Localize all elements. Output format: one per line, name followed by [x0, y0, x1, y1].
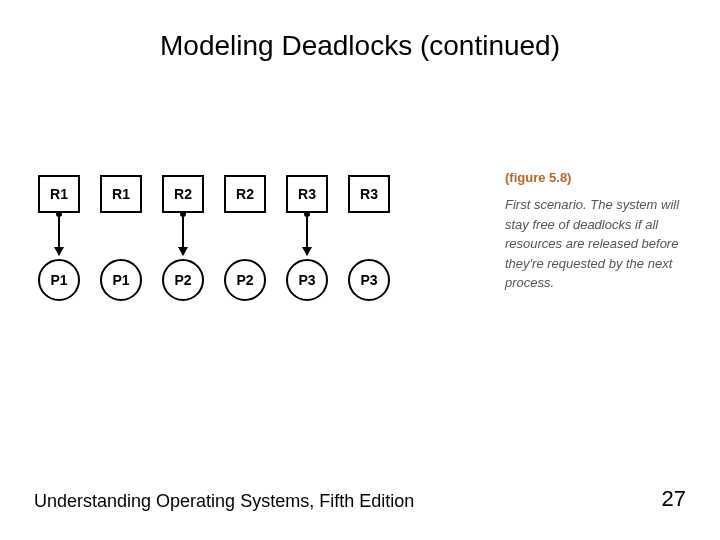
- figure-caption-text: First scenario. The system will stay fre…: [505, 195, 680, 293]
- allocation-arrow: [244, 215, 246, 255]
- resource-node: R2: [162, 175, 204, 213]
- allocation-arrow: [306, 215, 308, 255]
- process-node: P2: [224, 259, 266, 301]
- allocation-arrow: [58, 215, 60, 255]
- resource-node: R1: [38, 175, 80, 213]
- figure-number: (figure 5.8): [505, 170, 680, 185]
- process-node: P3: [286, 259, 328, 301]
- process-node: P2: [162, 259, 204, 301]
- allocation-arrow: [182, 215, 184, 255]
- diagram-pair: R3 P3: [286, 175, 328, 301]
- resource-node: R2: [224, 175, 266, 213]
- resource-allocation-diagram: R1 P1 R1 P1 R2 P2 R2 P2 R3 P3 R3 P3: [38, 175, 390, 301]
- process-node: P1: [100, 259, 142, 301]
- diagram-pair: R1 P1: [100, 175, 142, 301]
- resource-node: R3: [348, 175, 390, 213]
- process-node: P3: [348, 259, 390, 301]
- page-title: Modeling Deadlocks (continued): [0, 30, 720, 62]
- diagram-pair: R1 P1: [38, 175, 80, 301]
- allocation-arrow: [368, 215, 370, 255]
- resource-node: R3: [286, 175, 328, 213]
- process-node: P1: [38, 259, 80, 301]
- footer-source: Understanding Operating Systems, Fifth E…: [34, 491, 414, 512]
- diagram-pair: R3 P3: [348, 175, 390, 301]
- diagram-pair: R2 P2: [162, 175, 204, 301]
- allocation-arrow: [120, 215, 122, 255]
- page-number: 27: [662, 486, 686, 512]
- resource-node: R1: [100, 175, 142, 213]
- figure-caption: (figure 5.8) First scenario. The system …: [505, 170, 680, 293]
- diagram-pair: R2 P2: [224, 175, 266, 301]
